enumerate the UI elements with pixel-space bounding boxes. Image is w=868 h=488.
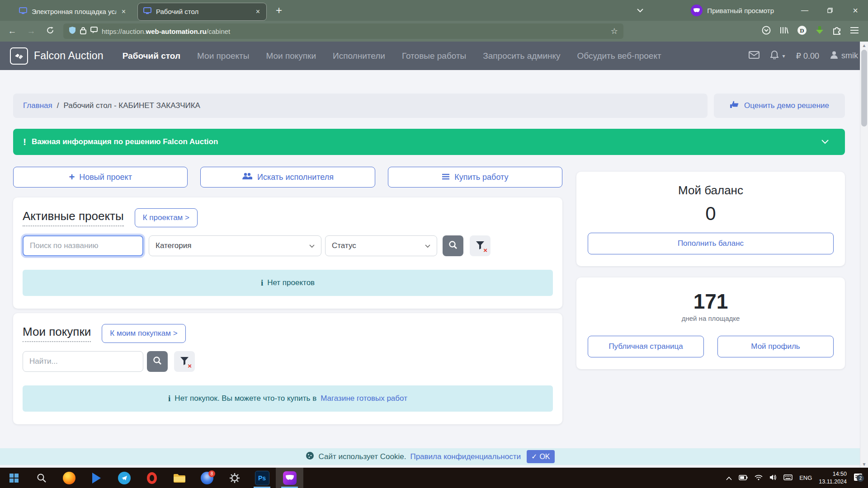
find-executor-button[interactable]: Искать исполнителя [200, 167, 375, 188]
action-center-button[interactable]: 2 [854, 473, 863, 483]
minimize-button[interactable]: — [792, 0, 817, 21]
active-projects-card: Активные проекты К проектам > Категория … [13, 197, 562, 309]
days-card: 171 дней на площадке Публичная страница … [576, 277, 845, 369]
back-icon[interactable]: ← [6, 26, 18, 36]
opera-icon [147, 472, 157, 484]
library-icon[interactable] [779, 26, 788, 36]
restore-button[interactable] [817, 0, 843, 21]
nav-item-my-projects[interactable]: Мои проекты [197, 51, 249, 61]
url-bar[interactable]: https://auction.web-automation.ru/cabine… [63, 23, 623, 39]
taskbar-telegram-button[interactable] [110, 468, 138, 488]
nav-item-discuss-project[interactable]: Обсудить веб-проект [577, 51, 661, 61]
darkreader-icon[interactable]: D [797, 25, 807, 37]
tab-title: Электронная площадка услуг [32, 8, 116, 15]
to-purchases-button[interactable]: К моим покупкам > [102, 324, 185, 343]
taskbar-firefox-button[interactable] [55, 468, 83, 488]
bell-caret-icon[interactable]: ▾ [782, 53, 785, 59]
list-tabs-chevron-icon[interactable] [637, 6, 643, 14]
nav-item-request-admin[interactable]: Запросить админку [483, 51, 560, 61]
taskbar-browser-button[interactable]: 8 [193, 468, 221, 488]
cookie-ok-button[interactable]: ✓ OK [527, 450, 555, 463]
battery-icon[interactable] [739, 474, 748, 482]
to-projects-button[interactable]: К проектам > [135, 208, 198, 227]
my-purchases-card: Мои покупки К моим покупкам > × [13, 313, 562, 424]
wifi-icon[interactable] [755, 474, 763, 482]
new-tab-button[interactable]: + [276, 4, 282, 17]
forward-icon[interactable]: → [25, 26, 37, 36]
buy-work-button[interactable]: Купить работу [388, 167, 562, 188]
nav-item-my-purchases[interactable]: Мои покупки [266, 51, 316, 61]
important-info-banner[interactable]: ! Важная информация по решению Falcon Au… [13, 129, 845, 155]
permissions-bubble-icon[interactable] [90, 27, 98, 36]
brand-name[interactable]: Falcon Auction [34, 50, 104, 62]
ready-works-store-link[interactable]: Магазине готовых работ [321, 394, 407, 403]
taskbar-settings-button[interactable] [221, 468, 248, 488]
close-button[interactable]: × [843, 0, 868, 21]
windows-start-icon [9, 474, 19, 483]
taskbar-opera-button[interactable] [138, 468, 165, 488]
purchase-clear-filter-button[interactable]: × [174, 351, 195, 372]
project-search-input[interactable] [23, 235, 143, 256]
banner-chevron-down-icon[interactable] [821, 137, 829, 146]
balance-amount[interactable]: ₽ 0.00 [796, 51, 819, 61]
pocket-icon[interactable] [762, 26, 771, 37]
taskbar-search-button[interactable] [28, 468, 55, 488]
downloads-extension-icon[interactable] [816, 26, 824, 37]
shield-icon[interactable] [69, 26, 76, 36]
privacy-policy-link[interactable]: Правила конфиденциальности [410, 452, 521, 461]
folder-icon [173, 473, 186, 483]
bell-icon[interactable] [770, 50, 778, 61]
private-mask-icon [283, 471, 297, 485]
nav-item-ready-works[interactable]: Готовые работы [402, 51, 466, 61]
search-icon [37, 473, 47, 483]
taskbar-firefox-private-button[interactable] [276, 468, 303, 488]
bookmark-star-icon[interactable]: ☆ [611, 26, 618, 36]
browser-tab-active[interactable]: Рабочий стол × [137, 3, 267, 21]
taskbar-media-player-button[interactable] [83, 468, 110, 488]
taskbar-clock[interactable]: 14:50 13.11.2024 [819, 470, 847, 485]
days-label: дней на площадке [588, 314, 834, 322]
taskbar-explorer-button[interactable] [165, 468, 193, 488]
nav-item-desktop[interactable]: Рабочий стол [123, 51, 180, 61]
touch-keyboard-icon[interactable] [783, 474, 793, 482]
taskbar-photoshop-button[interactable]: Ps [248, 468, 276, 488]
lock-icon[interactable] [80, 27, 86, 36]
username: smik [841, 51, 858, 61]
purchase-search-input[interactable] [23, 351, 143, 372]
scroll-up-icon[interactable]: ▲ [860, 42, 868, 49]
breadcrumb-home-link[interactable]: Главная [23, 101, 52, 110]
telegram-icon [118, 472, 131, 484]
public-page-button[interactable]: Публичная страница [588, 336, 704, 357]
language-indicator[interactable]: ENG [799, 474, 812, 481]
tab-close-icon[interactable]: × [121, 8, 127, 16]
reload-icon[interactable] [44, 26, 56, 37]
project-clear-filter-button[interactable]: × [470, 235, 491, 256]
project-search-button[interactable] [443, 235, 463, 256]
tab-close-icon[interactable]: × [255, 8, 261, 16]
menu-hamburger-icon[interactable] [850, 27, 859, 36]
envelope-icon[interactable] [749, 51, 760, 61]
new-project-button[interactable]: + Новый проект [13, 167, 188, 188]
category-select[interactable]: Категория [149, 235, 321, 256]
tray-chevron-up-icon[interactable] [726, 474, 732, 482]
falcon-auction-logo-icon[interactable] [10, 47, 28, 65]
topup-balance-button[interactable]: Пополнить баланс [588, 233, 834, 254]
browser-tab-inactive[interactable]: Электронная площадка услуг × [14, 3, 132, 20]
purchase-search-button[interactable] [147, 351, 168, 372]
status-select[interactable]: Статус [325, 235, 437, 256]
speaker-icon[interactable] [769, 474, 777, 482]
extensions-puzzle-icon[interactable] [832, 26, 841, 37]
rate-demo-label: Оценить демо решение [744, 101, 829, 110]
scroll-down-icon[interactable]: ▼ [860, 460, 868, 468]
user-menu[interactable]: smik [830, 51, 858, 61]
breadcrumb-separator: / [57, 101, 59, 110]
rate-demo-button[interactable]: Оценить демо решение [714, 94, 845, 118]
clear-x-icon: × [483, 247, 487, 253]
nav-item-executors[interactable]: Исполнители [333, 51, 385, 61]
my-profile-button[interactable]: Мой профиль [717, 336, 834, 357]
svg-text:D: D [800, 27, 804, 34]
scrollbar-thumb[interactable] [861, 50, 867, 127]
banner-text: Важная информация по решению Falcon Auct… [32, 137, 218, 146]
vertical-scrollbar[interactable]: ▲ ▼ [860, 42, 868, 468]
start-button[interactable] [0, 468, 28, 488]
